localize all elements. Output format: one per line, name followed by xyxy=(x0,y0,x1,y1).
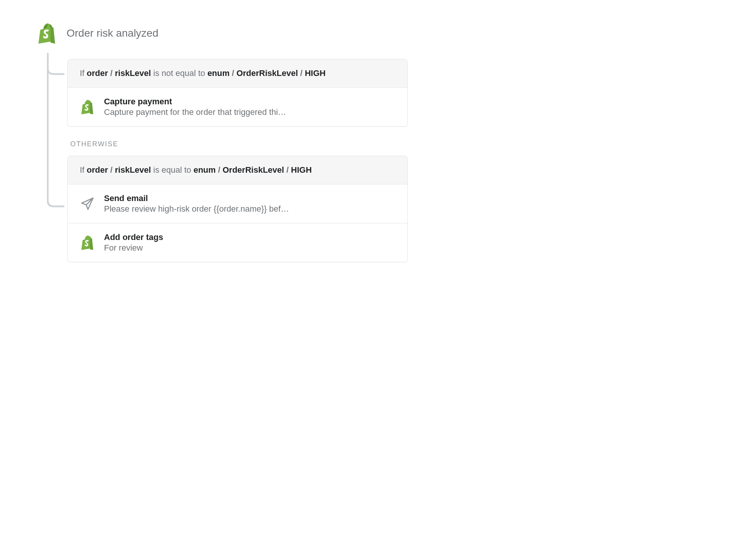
cond-enum-2: OrderRiskLevel xyxy=(236,68,298,78)
trigger-row: Order risk analyzed xyxy=(36,23,726,44)
branches-column: If order/riskLevel is not equal to enum/… xyxy=(67,59,408,262)
cond-path-1: order xyxy=(87,165,108,175)
action-row-send-email[interactable]: Send email Please review high-risk order… xyxy=(68,184,407,223)
condition-card-2[interactable]: If order/riskLevel is equal to enum/Orde… xyxy=(67,156,408,262)
action-description: Capture payment for the order that trigg… xyxy=(104,107,286,117)
condition-card-1[interactable]: If order/riskLevel is not equal to enum/… xyxy=(67,59,408,127)
separator-icon: / xyxy=(286,165,289,175)
paper-plane-icon xyxy=(80,196,95,211)
if-keyword: If xyxy=(80,68,84,78)
shopify-bag-icon xyxy=(36,23,57,44)
cond-path-1: order xyxy=(87,68,108,78)
if-keyword: If xyxy=(80,165,84,175)
action-texts: Capture payment Capture payment for the … xyxy=(104,97,286,117)
otherwise-label: OTHERWISE xyxy=(70,140,408,148)
separator-icon: / xyxy=(232,68,234,78)
action-description: Please review high-risk order {{order.na… xyxy=(104,204,289,214)
shopify-bag-icon xyxy=(80,99,95,115)
cond-enum-1: enum xyxy=(194,165,216,175)
action-title: Add order tags xyxy=(104,232,163,242)
cond-operator: is not equal to xyxy=(153,68,205,78)
cond-operator: is equal to xyxy=(153,165,191,175)
condition-header: If order/riskLevel is equal to enum/Orde… xyxy=(68,156,407,184)
action-title: Send email xyxy=(104,193,289,203)
separator-icon: / xyxy=(300,68,303,78)
cond-enum-3: HIGH xyxy=(291,165,312,175)
action-texts: Add order tags For review xyxy=(104,232,163,253)
shopify-bag-icon xyxy=(80,235,95,250)
flow-container: If order/riskLevel is not equal to enum/… xyxy=(47,59,726,262)
cond-path-2: riskLevel xyxy=(115,165,151,175)
action-texts: Send email Please review high-risk order… xyxy=(104,193,289,214)
cond-path-2: riskLevel xyxy=(115,68,151,78)
action-row-capture-payment[interactable]: Capture payment Capture payment for the … xyxy=(68,88,407,126)
connector-column xyxy=(47,59,67,262)
separator-icon: / xyxy=(218,165,220,175)
separator-icon: / xyxy=(110,68,113,78)
action-description: For review xyxy=(104,243,163,253)
separator-icon: / xyxy=(110,165,113,175)
connector-lines xyxy=(47,53,67,249)
trigger-title: Order risk analyzed xyxy=(67,27,158,39)
action-row-add-order-tags[interactable]: Add order tags For review xyxy=(68,223,407,262)
cond-enum-2: OrderRiskLevel xyxy=(223,165,284,175)
action-title: Capture payment xyxy=(104,97,286,107)
condition-header: If order/riskLevel is not equal to enum/… xyxy=(68,59,407,88)
cond-enum-1: enum xyxy=(207,68,230,78)
cond-enum-3: HIGH xyxy=(305,68,326,78)
